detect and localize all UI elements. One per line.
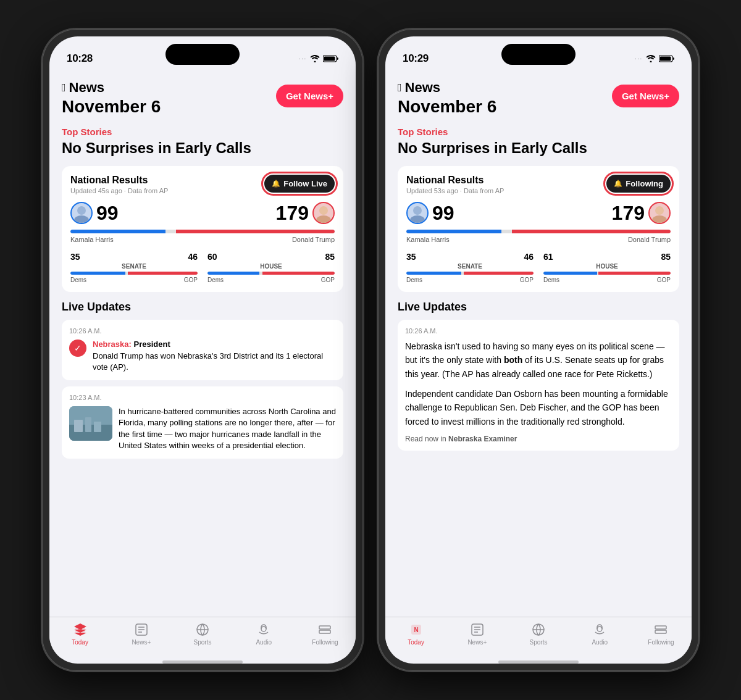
rep-bar-right: [512, 230, 671, 233]
trump-name-right: Donald Trump: [628, 236, 671, 243]
rep-bar-left: [176, 230, 335, 233]
trump-avatar-left: [312, 202, 335, 224]
house-label-left: HOUSE: [207, 263, 335, 270]
senate-chamber-left: 35 46 SENATE Dems GOP: [70, 252, 198, 283]
senate-label-right: SENATE: [406, 263, 534, 270]
following-icon-right: 🔔: [614, 180, 622, 188]
tab-newsplus-left[interactable]: News+: [111, 622, 172, 646]
tab-following-label-left: Following: [312, 639, 338, 646]
candidate-names-left: Kamala Harris Donald Trump: [70, 236, 335, 243]
house-rep-bar-right: [598, 272, 671, 275]
tab-sports-left[interactable]: Sports: [172, 622, 233, 646]
tab-newsplus-label-right: News+: [467, 639, 487, 646]
get-news-button-left[interactable]: Get News+: [276, 85, 343, 107]
senate-rep-bar-right: [464, 272, 534, 275]
update-time-2: 10:23 A.M.: [69, 394, 336, 401]
tab-audio-left[interactable]: Audio: [233, 622, 295, 646]
update-time-right: 10:26 A.M.: [405, 327, 672, 335]
tab-audio-right[interactable]: Audio: [569, 622, 630, 646]
election-title-right: National Results: [406, 175, 504, 186]
tab-today-right[interactable]: N Today: [385, 622, 446, 646]
election-title-left: National Results: [70, 175, 168, 186]
house-rep-left: 85: [325, 252, 335, 262]
svg-point-21: [413, 206, 422, 215]
app-title-group-right:  News November 6: [398, 80, 496, 117]
tab-bar-left: N Today News+ Sports: [49, 617, 356, 658]
svg-rect-8: [74, 420, 83, 432]
get-news-button-right[interactable]: Get News+: [612, 85, 679, 107]
apple-logo-left: : [62, 81, 66, 94]
follow-live-button-left[interactable]: 🔔 Follow Live: [264, 175, 335, 193]
svg-point-24: [652, 215, 667, 223]
update-card-nebraska-right[interactable]: 10:26 A.M. Nebraska isn't used to having…: [398, 320, 679, 451]
harris-votes-left: 99: [96, 202, 119, 225]
svg-rect-10: [94, 422, 101, 432]
harris-name-left: Kamala Harris: [70, 236, 114, 243]
senate-dem-left: 35: [70, 252, 80, 262]
election-subtitle-right: Updated 53s ago · Data from AP: [406, 187, 504, 194]
candidates-row-left: 99 179: [70, 202, 335, 225]
phone-right-content[interactable]:  News November 6 Get News+ Top Stories …: [385, 72, 692, 617]
section-label-right: Top Stories: [398, 127, 679, 137]
svg-rect-9: [85, 417, 91, 432]
dynamic-island-right: [501, 44, 576, 65]
svg-rect-1: [324, 57, 335, 61]
house-chamber-left: 60 85 HOUSE Dems GOP: [207, 252, 335, 283]
svg-point-18: [261, 627, 266, 631]
sports-icon-right: [531, 622, 546, 637]
today-icon-right: N: [409, 622, 424, 637]
phone-left-content[interactable]:  News November 6 Get News+ Top Stories …: [49, 72, 356, 617]
election-subtitle-left: Updated 45s ago · Data from AP: [70, 187, 168, 194]
news-label-right: News: [405, 80, 440, 96]
candidate-harris-left: 99: [70, 202, 119, 225]
status-time-right: 10:29: [403, 52, 429, 65]
house-numbers-left: 60 85: [207, 252, 335, 262]
house-names-right: Dems GOP: [543, 277, 671, 283]
story-headline-right: No Surprises in Early Calls: [398, 140, 679, 157]
house-names-left: Dems GOP: [207, 277, 335, 283]
live-updates-title-left: Live Updates: [62, 301, 343, 314]
svg-point-3: [74, 215, 89, 223]
update-text-1: Nebraska: President Donald Trump has won…: [93, 340, 336, 373]
tab-sports-right[interactable]: Sports: [508, 622, 569, 646]
update-title-highlight: Nebraska:: [93, 340, 132, 349]
tab-newsplus-right[interactable]: News+: [446, 622, 508, 646]
status-icons-left: ···: [299, 55, 338, 62]
home-indicator-left: [162, 660, 243, 664]
svg-text:N: N: [78, 627, 82, 633]
phones-container: 10:28 ···: [42, 29, 699, 671]
senate-numbers-left: 35 46: [70, 252, 198, 262]
update-card-hurricane[interactable]: 10:23 A.M. In hurricane-battered com: [62, 386, 343, 459]
house-chamber-right: 61 85 HOUSE Dems GOP: [543, 252, 671, 283]
update-body-2: In hurricane-battered communities across…: [119, 406, 336, 451]
tab-following-left[interactable]: Following: [295, 622, 356, 646]
app-title-group-left:  News November 6: [62, 80, 161, 117]
app-date-right: November 6: [398, 97, 496, 117]
svg-point-2: [77, 206, 86, 215]
following-icon-right: [653, 622, 668, 637]
app-date-left: November 6: [62, 97, 161, 117]
house-dem-bar-right: [543, 272, 597, 275]
tab-today-left[interactable]: N Today: [49, 622, 111, 646]
update-card-nebraska[interactable]: 10:26 A.M. ✓ Nebraska: President Donald …: [62, 320, 343, 380]
harris-avatar-right: [406, 202, 429, 224]
status-time-left: 10:28: [67, 52, 93, 65]
senate-chamber-right: 35 46 SENATE Dems GOP: [406, 252, 534, 283]
house-dem-left: 60: [207, 252, 217, 262]
house-numbers-right: 61 85: [543, 252, 671, 262]
chambers-row-left: 35 46 SENATE Dems GOP: [70, 252, 335, 283]
newsplus-icon-left: [134, 622, 149, 637]
senate-label-left: SENATE: [70, 263, 198, 270]
following-button-right[interactable]: 🔔 Following: [606, 175, 671, 193]
read-now-source-right: Nebraska Examiner: [448, 435, 517, 443]
checkmark-icon: ✓: [69, 340, 86, 357]
senate-bar-left: [70, 272, 198, 275]
tab-following-right[interactable]: Following: [630, 622, 692, 646]
wifi-icon-right: [646, 55, 656, 62]
candidates-row-right: 99 179: [406, 202, 671, 225]
app-header-right:  News November 6 Get News+: [398, 72, 679, 127]
bold-both: both: [504, 355, 522, 365]
tab-bar-right: N Today News+ Sports: [385, 617, 692, 658]
tab-sports-label-left: Sports: [194, 639, 212, 646]
senate-dem-bar-left: [70, 272, 125, 275]
